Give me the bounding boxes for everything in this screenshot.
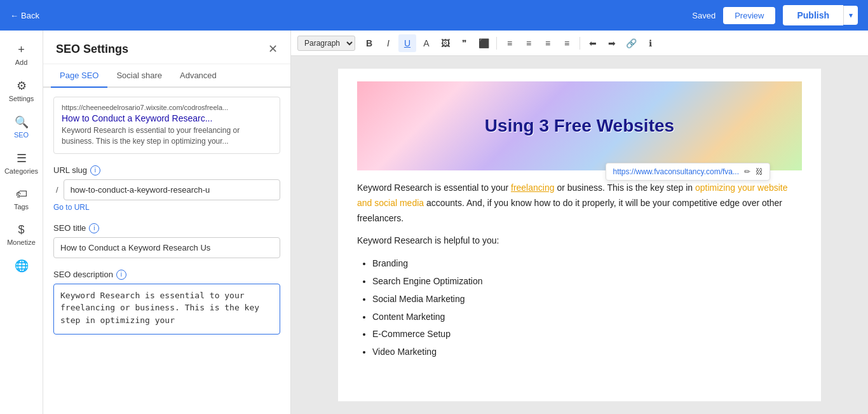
image-button[interactable]: 🖼	[437, 34, 454, 52]
main-layout: + Add ⚙ Settings 🔍 SEO ☰ Categories 🏷 Ta…	[0, 31, 868, 414]
ordered-list-button[interactable]: ≡	[501, 34, 519, 52]
sidebar-item-label-settings: Settings	[9, 95, 34, 102]
seo-title-info-icon[interactable]: i	[89, 223, 99, 233]
tags-icon: 🏷	[16, 188, 27, 201]
monetize-icon: $	[18, 223, 24, 237]
preview-title: How to Conduct a Keyword Researc...	[62, 113, 272, 123]
indent2-button[interactable]: ≡	[558, 34, 576, 52]
list-item: E-Commerce Setup	[372, 327, 802, 342]
seo-title-input[interactable]	[53, 237, 280, 258]
underline-button[interactable]: U	[398, 34, 416, 52]
top-bar-left: ← Back	[10, 11, 39, 20]
blockquote-button[interactable]: ❞	[456, 34, 473, 52]
tab-advanced[interactable]: Advanced	[171, 64, 226, 88]
publish-dropdown-button[interactable]: ▾	[843, 6, 858, 25]
seo-description-label: SEO description i	[53, 270, 280, 280]
link-edit-icon[interactable]: ✏	[744, 167, 750, 176]
unordered-list-button[interactable]: ≡	[520, 34, 538, 52]
publish-button[interactable]: Publish	[783, 5, 843, 25]
back-button[interactable]: ← Back	[10, 11, 39, 20]
seo-panel-header: SEO Settings ✕	[43, 31, 290, 64]
link-button[interactable]: 🔗	[622, 34, 640, 52]
preview-button[interactable]: Preview	[723, 7, 775, 24]
sidebar-item-label-categories: Categories	[4, 167, 38, 175]
url-slug-info-icon[interactable]: i	[90, 165, 100, 176]
back-label: Back	[21, 11, 39, 20]
url-slug-label: URL slug i	[53, 165, 280, 176]
sidebar-item-label-seo: SEO	[14, 131, 29, 139]
bold-button[interactable]: B	[360, 34, 378, 52]
saved-status: Saved	[692, 11, 715, 20]
seo-title-label: SEO title i	[53, 223, 280, 233]
sidebar-item-settings[interactable]: ⚙ Settings	[3, 74, 40, 107]
seo-icon: 🔍	[15, 115, 29, 129]
seo-panel: SEO Settings ✕ Page SEO Social share Adv…	[43, 31, 291, 414]
tab-social-share[interactable]: Social share	[107, 64, 171, 88]
font-color-button[interactable]: A	[417, 34, 435, 52]
article-body: Keyword Research is essential to your fr…	[357, 181, 802, 360]
preview-description: Keyword Research is essential to your fr…	[62, 125, 272, 147]
sidebar-item-language[interactable]: 🌐	[3, 254, 40, 278]
categories-icon: ☰	[17, 151, 27, 165]
url-slug-input[interactable]	[64, 179, 280, 200]
paragraph-select[interactable]: Paragraph	[297, 36, 355, 51]
link-tooltip-url: https://www.fvaconsultancy.com/fva...	[613, 167, 739, 176]
editor-toolbar: Paragraph B I U A 🖼 ❞ ⬛ ≡ ≡ ≡ ≡ ⬅ ➡ 🔗 ℹ	[291, 31, 868, 56]
sidebar-item-tags[interactable]: 🏷 Tags	[3, 183, 40, 216]
sidebar-item-seo[interactable]: 🔍 SEO	[3, 110, 40, 144]
list-item: Video Marketing	[372, 345, 802, 360]
article-paragraph-1: Keyword Research is essential to your fr…	[357, 181, 802, 226]
tab-page-seo[interactable]: Page SEO	[51, 64, 107, 88]
seo-description-info-icon[interactable]: i	[116, 270, 126, 280]
indent-button[interactable]: ≡	[539, 34, 557, 52]
go-to-url-link[interactable]: Go to URL	[53, 203, 90, 212]
seo-panel-close-button[interactable]: ✕	[268, 42, 278, 56]
info-button[interactable]: ℹ	[641, 34, 659, 52]
freelancing-link[interactable]: freelancing	[511, 183, 555, 193]
italic-button[interactable]: I	[379, 34, 397, 52]
toolbar-divider-1	[496, 37, 497, 50]
preview-url: https://cheeneedelrosario7.wixsite.com/c…	[62, 104, 272, 111]
page-canvas: Using 3 Free Websites https://www.fvacon…	[338, 69, 821, 401]
optimizing-link[interactable]: optimizing your website and social media	[357, 183, 788, 208]
sidebar-item-label-add: Add	[15, 59, 28, 66]
top-bar: ← Back Saved Preview Publish ▾	[0, 0, 868, 31]
slug-prefix: /	[53, 180, 61, 200]
sidebar-item-monetize[interactable]: $ Monetize	[3, 218, 40, 251]
list-item: Content Marketing	[372, 310, 802, 325]
top-bar-right: Saved Preview Publish ▾	[692, 5, 858, 25]
settings-icon: ⚙	[17, 79, 27, 93]
editor-content[interactable]: Using 3 Free Websites https://www.fvacon…	[291, 56, 868, 414]
link-tooltip: https://www.fvaconsultancy.com/fva... ✏ …	[606, 163, 770, 181]
sidebar-item-label-tags: Tags	[14, 203, 29, 210]
article-list: Branding Search Engine Optimization Soci…	[372, 256, 802, 360]
language-icon: 🌐	[15, 259, 29, 273]
seo-tabs: Page SEO Social share Advanced	[43, 64, 290, 88]
seo-description-textarea[interactable]: Keyword Research is essential to your fr…	[53, 284, 280, 335]
back-arrow-icon: ←	[10, 11, 18, 20]
seo-description-group: SEO description i Keyword Research is es…	[53, 270, 280, 336]
article-hero-title: Using 3 Free Websites	[485, 116, 674, 136]
slug-row: /	[53, 179, 280, 200]
left-sidebar: + Add ⚙ Settings 🔍 SEO ☰ Categories 🏷 Ta…	[0, 31, 43, 414]
seo-panel-title: SEO Settings	[56, 43, 128, 56]
sidebar-item-add[interactable]: + Add	[3, 38, 40, 71]
align-right-button[interactable]: ➡	[603, 34, 621, 52]
sidebar-item-categories[interactable]: ☰ Categories	[3, 146, 40, 180]
list-item: Branding	[372, 256, 802, 272]
seo-title-group: SEO title i	[53, 223, 280, 258]
toolbar-divider-2	[580, 37, 580, 50]
image2-button[interactable]: ⬛	[475, 34, 492, 52]
url-slug-group: URL slug i / Go to URL	[53, 165, 280, 212]
add-icon: +	[18, 43, 25, 57]
sidebar-item-label-monetize: Monetize	[7, 238, 36, 246]
seo-panel-content: https://cheeneedelrosario7.wixsite.com/c…	[43, 88, 290, 414]
list-item: Social Media Marketing	[372, 292, 802, 307]
align-left-button[interactable]: ⬅	[584, 34, 602, 52]
article-paragraph-2: Keyword Research is helpful to you:	[357, 233, 802, 249]
list-item: Search Engine Optimization	[372, 274, 802, 289]
link-unlink-icon[interactable]: ⛓	[756, 167, 763, 176]
seo-preview-card: https://cheeneedelrosario7.wixsite.com/c…	[53, 97, 280, 154]
editor-area: Paragraph B I U A 🖼 ❞ ⬛ ≡ ≡ ≡ ≡ ⬅ ➡ 🔗 ℹ	[291, 31, 868, 414]
publish-wrapper: Publish ▾	[783, 5, 858, 25]
